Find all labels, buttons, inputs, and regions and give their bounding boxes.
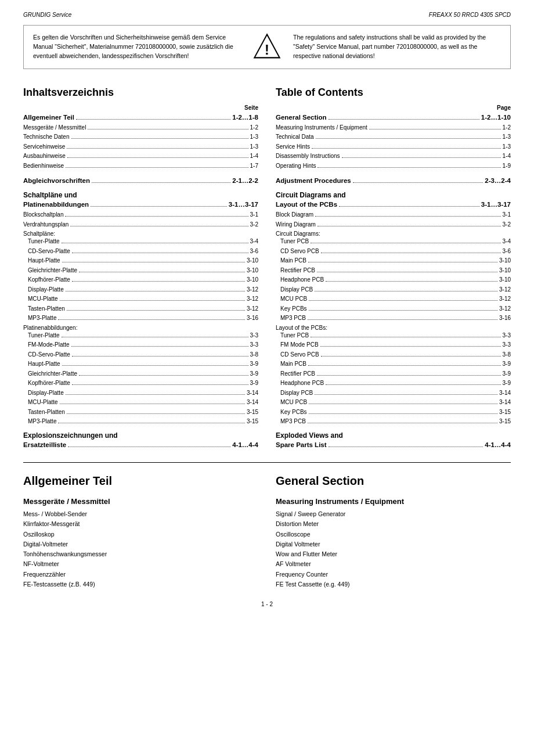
toc-en-disassembly: Disassembly Instructions 1-4 [276,152,511,161]
toc-de-mcu2: MCU-Platte 3-14 [23,398,258,408]
warning-box: Es gelten die Vorschriften und Sicherhei… [23,25,511,69]
list-item: Mess- / Wobbel-Sender [23,509,258,519]
toc-en-mp3pcb2: MP3 PCB 3-15 [276,417,511,427]
toc-de-gleich2: Gleichrichter-Platte 3-9 [23,369,258,379]
toc-section: Inhaltsverzeichnis Seite Allgemeiner Tei… [23,87,511,451]
toc-en-sparelist: Spare Parts List 4-1…4-4 [276,440,511,451]
toc-de-tasten: Tasten-Platten 3-12 [23,304,258,314]
list-item: Wow and Flutter Meter [276,549,511,559]
toc-en-layout: Layout of the PCBs 3-1…3-17 [276,199,511,210]
toc-en-techdata: Technical Data 1-3 [276,132,511,142]
toc-en-measuring: Measuring Instruments / Equipment 1-2 [276,123,511,133]
toc-de-mp3: MP3-Platte 3-16 [23,314,258,323]
german-section-title: Allgemeiner Teil [23,474,258,488]
toc-en-tunerpcb2: Tuner PCB 3-3 [276,331,511,341]
english-subsection-title: Measuring Instruments / Equipment [276,497,511,506]
toc-en-rectpcb2: Rectifier PCB 3-9 [276,369,511,379]
header-right: FREAXX 50 RRCD 4305 SPCD [429,12,511,18]
list-item: Signal / Sweep Generator [276,509,511,519]
list-item: Frequency Counter [276,570,511,579]
toc-en-mainpcb: Main PCB 3-10 [276,256,511,266]
toc-en-operating: Operating Hints 1-9 [276,161,511,171]
toc-de-cdservo2: CD-Servo-Platte 3-8 [23,350,258,360]
toc-de-tuner: Tuner-Platte 3-4 [23,237,258,247]
toc-de-gleich: Gleichrichter-Platte 3-10 [23,266,258,276]
toc-platabb-sub: Platinenabbildungen: [23,325,258,331]
toc-de-kopf: Kopfhörer-Platte 3-10 [23,275,258,285]
toc-en-blockdiag: Block Diagram 3-1 [276,210,511,220]
toc-circuit-sub: Circuit Diagrams: [276,231,511,237]
toc-en-mainpcb2: Main PCB 3-9 [276,359,511,369]
toc-english-header: Page [276,105,511,111]
list-item: Distortion Meter [276,519,511,529]
toc-english: Table of Contents Page General Section 1… [276,87,511,451]
general-english: General Section Measuring Instruments / … [276,474,511,590]
toc-en-fmmode: FM Mode PCB 3-3 [276,340,511,350]
page-number: 1 - 2 [23,601,511,607]
list-item: NF-Voltmeter [23,559,258,569]
toc-en-disppcb2: Display PCB 3-14 [276,388,511,398]
warning-text-english: The regulations and safety instructions … [293,33,501,60]
toc-row-ausb: Ausbauhinweise 1-4 [23,152,258,161]
toc-row-tech: Technische Daten 1-3 [23,132,258,142]
general-section: Allgemeiner Teil Messgeräte / Messmittel… [23,474,511,590]
toc-en-keypcbs: Key PCBs 3-12 [276,304,511,314]
list-item: Oszilloskop [23,530,258,539]
toc-en-general: General Section 1-2…1-10 [276,112,511,123]
german-subsection-title: Messgeräte / Messmittel [23,497,258,506]
warning-icon: ! [252,33,282,62]
list-item: Klirrfaktor-Messgerät [23,519,258,529]
section-divider [23,462,511,463]
toc-de-tuner2: Tuner-Platte 3-3 [23,331,258,341]
toc-row-platinen: Platinenabbildungen 3-1…3-17 [23,199,258,210]
list-item: Frequenzzähler [23,570,258,579]
toc-row-abgl: Abgleichvorschriften 2-1…2-2 [23,175,258,186]
general-german: Allgemeiner Teil Messgeräte / Messmittel… [23,474,258,590]
toc-row-ersatz: Ersatzteilliste 4-1…4-4 [23,440,258,451]
list-item: Digital Voltmeter [276,539,511,549]
toc-en-cdservopcb: CD Servo PCB 3-6 [276,247,511,257]
toc-row-verd: Verdrahtungsplan 3-2 [23,220,258,230]
toc-de-disp2: Display-Platte 3-14 [23,388,258,398]
list-item: FE-Testcassette (z.B. 449) [23,579,258,589]
toc-en-servicehints: Service Hints 1-3 [276,142,511,152]
toc-row-bedi: Bedienhinweise 1-7 [23,161,258,171]
toc-en-disppcb: Display PCB 3-12 [276,285,511,295]
list-item: Tonhöhenschwankungsmesser [23,549,258,559]
page-header: GRUNDIG Service FREAXX 50 RRCD 4305 SPCD [23,12,511,18]
english-items-list: Signal / Sweep Generator Distortion Mete… [276,509,511,590]
toc-de-mp32: MP3-Platte 3-15 [23,417,258,427]
list-item: Oscilloscope [276,530,511,539]
toc-circuit-heading: Circuit Diagrams and [276,191,511,199]
toc-de-cdservo: CD-Servo-Platte 3-6 [23,247,258,257]
list-item: AF Voltmeter [276,559,511,569]
toc-en-keypcbs2: Key PCBs 3-15 [276,408,511,417]
header-left: GRUNDIG Service [23,12,71,18]
toc-row-allg: Allgemeiner Teil 1-2…1-8 [23,112,258,123]
german-items-list: Mess- / Wobbel-Sender Klirrfaktor-Messge… [23,509,258,590]
toc-de-tasten2: Tasten-Platten 3-15 [23,408,258,417]
toc-german-header: Seite [23,105,258,111]
toc-en-cdservo2: CD Servo PCB 3-8 [276,350,511,360]
toc-en-tunerpcb: Tuner PCB 3-4 [276,237,511,247]
toc-schalt-heading: Schaltpläne und [23,191,258,199]
toc-en-mp3pcb: MP3 PCB 3-16 [276,314,511,323]
toc-german-title: Inhaltsverzeichnis [23,87,258,99]
toc-layoutpcbs-sub: Layout of the PCBs: [276,325,511,331]
toc-row-serv: Servicehinweise 1-3 [23,142,258,152]
toc-explos-heading: Explosionszeichnungen und [23,431,258,440]
toc-de-mcu: MCU-Platte 3-12 [23,294,258,304]
toc-de-haupt: Haupt-Platte 3-10 [23,256,258,266]
toc-de-haupt2: Haupt-Platte 3-9 [23,359,258,369]
toc-row-mess: Messgeräte / Messmittel 1-2 [23,123,258,133]
warning-text-german: Es gelten die Vorschriften und Sicherhei… [33,33,241,60]
toc-en-wiring: Wiring Diagram 3-2 [276,220,511,230]
toc-de-disp: Display-Platte 3-12 [23,285,258,295]
toc-en-mcupcb2: MCU PCB 3-14 [276,398,511,408]
list-item: Digital-Voltmeter [23,539,258,549]
toc-english-title: Table of Contents [276,87,511,99]
list-item: FE Test Cassette (e.g. 449) [276,579,511,589]
toc-row-block: Blockschaltplan 3-1 [23,210,258,220]
toc-de-kopf2: Kopfhörer-Platte 3-9 [23,379,258,388]
toc-en-rectpcb: Rectifier PCB 3-10 [276,266,511,276]
